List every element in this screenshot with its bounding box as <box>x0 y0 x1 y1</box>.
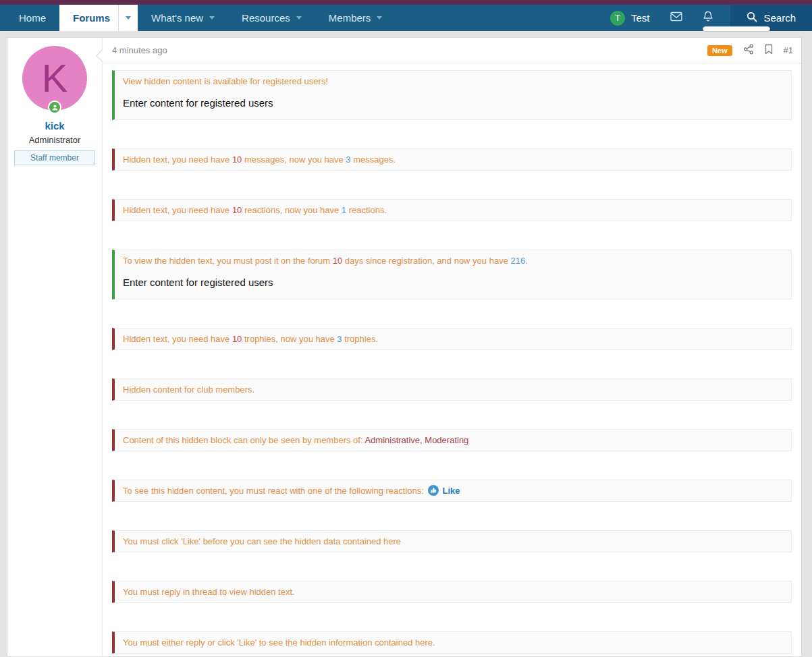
hidden-block-4: To view the hidden text, you must post i… <box>112 250 792 299</box>
author-role: Administrator <box>14 135 95 145</box>
author-staff-banner: Staff member <box>14 150 95 165</box>
hide-notice-text: Hidden text, you need have 10 reactions,… <box>123 202 783 218</box>
chevron-down-icon <box>290 16 302 20</box>
nav-tabs: HomeForumsWhat's newResourcesMembers <box>5 5 396 31</box>
nav-tab-members[interactable]: Members <box>315 5 396 31</box>
nav-tab-label: Forums <box>73 12 110 24</box>
envelope-icon <box>670 11 682 24</box>
search-icon <box>747 11 757 24</box>
nav-tab-what-s-new[interactable]: What's new <box>138 5 228 31</box>
inbox-button[interactable] <box>660 5 693 31</box>
hide-notice-text: To see this hidden content, you must rea… <box>123 483 783 498</box>
nav-tab-resources[interactable]: Resources <box>228 5 315 31</box>
nav-tab-label: What's new <box>151 12 203 24</box>
hide-notice-text: You must either reply or click 'Like' to… <box>123 635 783 650</box>
author-avatar-letter: K <box>42 56 68 100</box>
hidden-block-5: Hidden text, you need have 10 trophies, … <box>112 328 792 350</box>
nav-tab-home[interactable]: Home <box>5 5 59 31</box>
post-message-cell: 4 minutes ago New #1 View hidden content… <box>102 38 801 656</box>
post-body: View hidden content is available for reg… <box>103 63 801 654</box>
hide-notice-text: To view the hidden text, you must post i… <box>123 253 783 268</box>
hidden-block-3: Hidden text, you need have 10 reactions,… <box>112 199 792 221</box>
author-avatar[interactable]: K <box>22 46 87 111</box>
hidden-block-8: To see this hidden content, you must rea… <box>112 480 792 502</box>
hidden-block-6: Hidden content for club members. <box>112 378 792 401</box>
bookmark-icon <box>764 44 774 57</box>
share-icon <box>743 44 754 57</box>
hide-notice-text: Hidden text, you need have 10 trophies, … <box>123 331 783 347</box>
revealed-content: Enter content for registered users <box>123 94 783 112</box>
hide-notice-text: Hidden text, you need have 10 messages, … <box>123 152 783 167</box>
hide-notice-text: You must reply in thread to view hidden … <box>123 584 783 600</box>
hidden-block-9: You must click 'Like' before you can see… <box>112 530 792 552</box>
hide-notice-text: View hidden content is available for reg… <box>123 74 783 89</box>
hidden-block-11: You must either reply or click 'Like' to… <box>112 631 792 654</box>
main-navbar: HomeForumsWhat's newResourcesMembers T T… <box>0 5 812 31</box>
post-number-link[interactable]: #1 <box>784 45 793 55</box>
bell-icon <box>703 11 713 25</box>
nav-tab-forums[interactable]: Forums <box>59 5 138 31</box>
author-username[interactable]: kick <box>14 120 95 132</box>
thread-page-panel: K kick Administrator Staff member 4 minu… <box>7 37 802 657</box>
dropdown-sliver <box>703 26 770 32</box>
new-badge: New <box>707 45 732 56</box>
post-author-cell: K kick Administrator Staff member <box>7 38 102 656</box>
account-avatar: T <box>610 11 625 26</box>
chevron-down-icon <box>203 16 215 20</box>
like-reaction: Like <box>426 486 460 496</box>
revealed-content: Enter content for registered users <box>123 274 783 291</box>
nav-tab-label: Members <box>329 12 371 24</box>
hide-notice-text: Content of this hidden block can only be… <box>123 432 783 448</box>
chevron-down-icon[interactable] <box>118 5 138 31</box>
hide-notice-text: You must click 'Like' before you can see… <box>123 534 783 549</box>
hidden-block-10: You must reply in thread to view hidden … <box>112 581 792 603</box>
account-menu[interactable]: T Test <box>599 5 661 31</box>
top-accent-strip <box>0 0 812 5</box>
hidden-block-2: Hidden text, you need have 10 messages, … <box>112 148 792 171</box>
nav-tab-label: Resources <box>242 12 290 24</box>
post-header: 4 minutes ago New #1 <box>103 38 801 63</box>
search-label: Search <box>763 12 796 24</box>
hidden-block-1: View hidden content is available for reg… <box>112 70 792 120</box>
share-button[interactable] <box>743 44 754 57</box>
nav-tab-label: Home <box>19 12 46 24</box>
hide-notice-text: Hidden content for club members. <box>123 382 783 397</box>
user-online-icon <box>48 101 61 114</box>
account-name: Test <box>631 12 650 24</box>
bookmark-button[interactable] <box>764 44 774 57</box>
chevron-down-icon <box>371 16 382 20</box>
hidden-block-7: Content of this hidden block can only be… <box>112 429 792 451</box>
like-reaction-icon <box>426 486 442 496</box>
post-timestamp[interactable]: 4 minutes ago <box>112 45 707 55</box>
